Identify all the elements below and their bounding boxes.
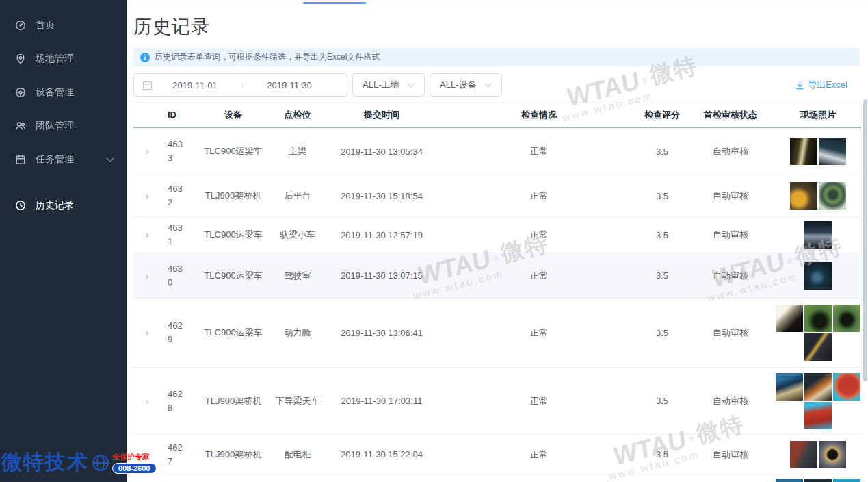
row-id-cell: 4632 (161, 182, 195, 210)
date-end-value[interactable]: 2019-11-30 (252, 80, 326, 90)
sidebar-item-devices[interactable]: 设备管理 (0, 75, 127, 109)
sidebar-item-tasks[interactable]: 任务管理 (0, 142, 127, 176)
alert-text: 历史记录表单查询，可根据条件筛选，并导出为Excel文件格式 (155, 51, 380, 63)
row-photos-cell (775, 262, 861, 290)
column-header-status: 检查情况 (440, 109, 638, 121)
row-status-cell: 正常 (440, 448, 638, 461)
row-checkpoint-cell: 配电柜 (272, 448, 324, 461)
row-score-cell: 3.5 (638, 396, 686, 406)
photo-thumbnail[interactable] (790, 182, 817, 210)
sidebar-item-label: 任务管理 (36, 153, 74, 166)
row-expand-cell: › (133, 270, 161, 281)
row-status-cell: 正常 (440, 395, 638, 407)
sidebar-item-label: 首页 (36, 19, 55, 31)
row-audit-cell: 自动审核 (686, 190, 775, 202)
photo-thumbnail[interactable] (819, 441, 846, 468)
chevron-right-icon[interactable]: › (133, 146, 161, 156)
chevron-right-icon[interactable]: › (133, 327, 161, 338)
history-icon (15, 199, 27, 211)
row-id-cell: 4631 (161, 221, 195, 249)
row-submit-time-cell: 2019-11-30 13:06:41 (324, 328, 440, 338)
table-row: ›4632TLJ900架桥机后平台2019-11-30 15:18:54正常3.… (133, 175, 861, 217)
photo-thumbnail[interactable] (790, 138, 817, 165)
top-strip (127, 0, 868, 5)
row-audit-cell: 自动审核 (686, 327, 775, 339)
row-photos-cell (775, 305, 861, 361)
row-score-cell: 3.5 (638, 147, 686, 157)
photo-thumbnail[interactable] (804, 373, 832, 401)
photo-group (775, 262, 861, 290)
row-checkpoint-cell: 下导梁天车 (272, 395, 324, 407)
row-device-cell: TLC900运梁车 (195, 145, 272, 157)
vertical-scrollbar[interactable] (863, 99, 867, 381)
photo-group (775, 479, 861, 482)
row-id-value: 4629 (168, 319, 185, 346)
site-select[interactable]: ALL-工地 (352, 73, 425, 97)
sidebar-item-home[interactable]: 首页 (0, 8, 127, 42)
photo-group (775, 373, 861, 429)
column-header-score: 检查评分 (638, 109, 686, 121)
table-row: ›4631TLC900运梁车驮梁小车2019-11-30 12:57:19正常3… (133, 217, 861, 253)
column-header-submit-time: 提交时间 (324, 109, 440, 121)
photo-thumbnail[interactable] (804, 402, 832, 429)
chevron-right-icon[interactable]: › (133, 270, 161, 281)
task-icon (15, 153, 27, 165)
device-select-value: ALL-设备 (440, 79, 476, 91)
row-expand-cell: › (133, 190, 161, 201)
photo-thumbnail[interactable] (833, 373, 860, 401)
row-checkpoint-cell: 驮梁小车 (272, 229, 324, 241)
photo-thumbnail[interactable] (804, 305, 832, 332)
row-id-value: 4630 (168, 262, 185, 290)
photo-thumbnail[interactable] (833, 479, 860, 482)
photo-group (775, 441, 861, 468)
row-device-cell: TLJ900架桥机 (195, 448, 272, 461)
row-submit-time-cell: 2019-11-30 15:22:04 (324, 449, 440, 459)
photo-thumbnail[interactable] (790, 441, 817, 468)
sidebar-item-label: 设备管理 (36, 86, 74, 99)
page-title: 历史记录 (133, 14, 868, 39)
row-status-cell: 正常 (440, 190, 638, 202)
photo-thumbnail[interactable] (804, 479, 832, 482)
column-header-audit: 首检审核状态 (686, 109, 775, 121)
device-icon (15, 86, 27, 98)
row-device-cell: TLJ900架桥机 (195, 190, 272, 202)
export-excel-button[interactable]: 导出Excel (795, 79, 847, 91)
photo-thumbnail[interactable] (776, 305, 803, 332)
row-audit-cell: 自动审核 (686, 145, 775, 157)
column-header-photos: 现场照片 (775, 109, 861, 121)
sidebar-item-teams[interactable]: 团队管理 (0, 109, 127, 142)
photo-thumbnail[interactable] (819, 182, 846, 210)
team-icon (15, 120, 27, 131)
photo-group (775, 221, 861, 249)
photo-thumbnail[interactable] (804, 221, 832, 249)
sidebar-item-sites[interactable]: 场地管理 (0, 42, 127, 75)
row-photos-cell (775, 182, 861, 210)
photo-thumbnail[interactable] (776, 373, 803, 401)
table-row: ›4633TLC900运梁车主梁2019-11-30 13:05:34正常3.5… (133, 128, 861, 175)
sidebar-item-history[interactable]: 历史记录 (0, 188, 127, 222)
row-score-cell: 3.5 (638, 230, 686, 240)
row-audit-cell: 自动审核 (686, 229, 775, 241)
chevron-right-icon[interactable]: › (133, 190, 161, 201)
photo-thumbnail[interactable] (833, 305, 860, 332)
table-row: ›4627TLJ900架桥机配电柜2019-11-30 15:22:04正常3.… (133, 435, 861, 474)
device-select[interactable]: ALL-设备 (430, 73, 502, 97)
chevron-down-icon (408, 81, 415, 88)
date-range-input[interactable]: 2019-11-01 - 2019-11-30 (133, 73, 347, 97)
photo-thumbnail[interactable] (776, 479, 803, 482)
row-id-cell: 4629 (161, 319, 195, 346)
row-id-cell: 4633 (161, 138, 195, 165)
photo-thumbnail[interactable] (804, 262, 832, 290)
row-id-value: 4633 (168, 138, 185, 165)
photo-thumbnail[interactable] (804, 333, 832, 361)
chevron-right-icon[interactable]: › (133, 396, 161, 406)
row-id-value: 4632 (168, 182, 185, 210)
table-row: ›4628TLJ900架桥机下导梁天车2019-11-30 17:03:11正常… (133, 368, 861, 435)
sidebar: 首页 场地管理 设备管理 团队管理 任务管理 历史记录 (0, 0, 127, 482)
row-id-cell: 4628 (161, 388, 195, 415)
date-start-value[interactable]: 2019-11-01 (158, 80, 232, 90)
photo-thumbnail[interactable] (819, 138, 846, 165)
chevron-right-icon[interactable]: › (133, 229, 161, 240)
chevron-right-icon[interactable]: › (133, 449, 161, 459)
row-expand-cell: › (133, 146, 161, 157)
